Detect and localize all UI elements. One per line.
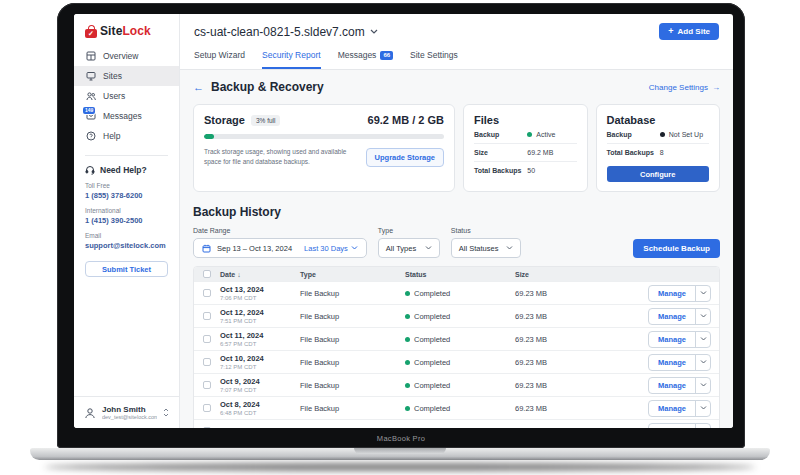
table-row: Oct 7, 2024 File Backup Completed 69.23 … (194, 419, 719, 428)
tab-security-report[interactable]: Security Report (262, 44, 321, 69)
sidebar-item-sites[interactable]: Sites (74, 66, 179, 86)
backup-date: Oct 12, 2024 (220, 308, 300, 317)
table-row: Oct 13, 2024 7:06 PM CDT File Backup Com… (194, 281, 719, 304)
backup-type: File Backup (300, 381, 405, 390)
sidebar-item-users[interactable]: Users (74, 86, 179, 106)
avatar-icon (84, 407, 96, 419)
backup-status: Completed (414, 289, 450, 298)
date-range-preset[interactable]: Last 30 Days (304, 244, 358, 253)
manage-button[interactable]: Manage (649, 355, 695, 370)
backup-time: 7:12 PM CDT (220, 364, 300, 370)
schedule-backup-button[interactable]: Schedule Backup (633, 239, 720, 258)
international-number[interactable]: 1 (415) 390-2500 (85, 216, 168, 225)
sidebar-item-help[interactable]: Help (74, 126, 179, 146)
backup-history-title: Backup History (193, 205, 720, 219)
back-arrow-icon[interactable]: ← (193, 82, 204, 93)
manage-button[interactable]: Manage (649, 286, 695, 301)
sidebar-divider (85, 155, 168, 156)
contact-label: Email (85, 232, 168, 239)
backup-type: File Backup (300, 427, 405, 429)
backup-history-table: Date↓ Type Status Size Oct 13, 2024 7:06… (193, 266, 720, 428)
need-help-title: Need Help? (85, 165, 168, 175)
select-all-checkbox[interactable] (203, 270, 211, 278)
type-filter-select[interactable]: All Types (378, 238, 440, 258)
tab-messages[interactable]: Messages66 (338, 44, 393, 69)
sitelock-logo[interactable]: ✓ SiteLock (74, 14, 179, 46)
message-icon: 149 (86, 111, 96, 121)
upgrade-storage-button[interactable]: Upgrade Storage (366, 148, 444, 167)
status-filter-label: Status (451, 227, 521, 234)
manage-button[interactable]: Manage (649, 309, 695, 324)
app-window: ✓ SiteLock Overview Sites (74, 14, 733, 428)
files-backup-status: Active (536, 131, 555, 138)
backup-status: Completed (414, 427, 450, 429)
manage-button[interactable]: Manage (649, 332, 695, 347)
tab-setup-wizard[interactable]: Setup Wizard (194, 44, 245, 69)
files-total-row: Total Backups 50 (474, 162, 577, 179)
site-selector[interactable]: cs-uat-clean-0821-5.sldev7.com (194, 25, 378, 39)
user-account-menu[interactable]: John Smith dev_test@sitelock.com (74, 396, 179, 428)
backup-date: Oct 8, 2024 (220, 400, 300, 409)
manage-button[interactable]: Manage (649, 424, 695, 429)
sidebar-item-label: Overview (103, 51, 138, 61)
need-help-section: Need Help? Toll Free 1 (855) 378-6200 In… (74, 165, 179, 277)
column-header-date[interactable]: Date↓ (220, 271, 300, 278)
chevron-down-icon (506, 246, 513, 250)
backup-type: File Backup (300, 312, 405, 321)
manage-dropdown-toggle[interactable] (695, 401, 710, 416)
manage-dropdown-toggle[interactable] (695, 424, 710, 429)
row-checkbox[interactable] (203, 427, 211, 428)
date-range-picker[interactable]: Sep 13 – Oct 13, 2024 Last 30 Days (193, 238, 367, 258)
manage-dropdown-toggle[interactable] (695, 378, 710, 393)
contact-email: Email support@sitelock.com (85, 232, 168, 250)
manage-dropdown-toggle[interactable] (695, 286, 710, 301)
chevron-down-icon (351, 246, 358, 250)
filters-row: Date Range Sep 13 – Oct 13, 2024 Last 30… (193, 227, 720, 258)
configure-button[interactable]: Configure (607, 166, 710, 182)
support-email[interactable]: support@sitelock.com (85, 241, 168, 250)
row-checkbox[interactable] (203, 381, 211, 389)
toll-free-number[interactable]: 1 (855) 378-6200 (85, 191, 168, 200)
contact-label: Toll Free (85, 182, 168, 189)
sidebar-item-messages[interactable]: 149 Messages (74, 106, 179, 126)
lock-icon: ✓ (85, 25, 97, 38)
page-title: Backup & Recovery (211, 80, 324, 94)
row-checkbox[interactable] (203, 404, 211, 412)
manage-dropdown-toggle[interactable] (695, 332, 710, 347)
date-range-value: Sep 13 – Oct 13, 2024 (217, 244, 292, 253)
add-site-button[interactable]: + Add Site (659, 23, 719, 40)
row-checkbox[interactable] (203, 335, 211, 343)
row-checkbox[interactable] (203, 312, 211, 320)
row-checkbox[interactable] (203, 358, 211, 366)
user-email: dev_test@sitelock.com (102, 414, 157, 420)
sidebar-item-overview[interactable]: Overview (74, 46, 179, 66)
storage-progress-fill (204, 134, 214, 139)
manage-dropdown-toggle[interactable] (695, 355, 710, 370)
status-dot-completed (405, 360, 410, 365)
tab-site-settings[interactable]: Site Settings (410, 44, 458, 69)
column-header-size: Size (515, 271, 641, 278)
logo-text: SiteLock (100, 24, 151, 38)
manage-button[interactable]: Manage (649, 401, 695, 416)
manage-button-group: Manage (648, 308, 711, 325)
backup-date: Oct 7, 2024 (220, 426, 300, 428)
backup-time: 6:48 PM CDT (220, 410, 300, 416)
status-dot-completed (405, 314, 410, 319)
sidebar-item-label: Users (103, 91, 125, 101)
database-backup-status: Not Set Up (669, 131, 703, 138)
chevron-down-icon (700, 314, 707, 318)
table-row: Oct 8, 2024 6:48 PM CDT File Backup Comp… (194, 396, 719, 419)
storage-usage-value: 69.2 MB / 2 GB (368, 114, 444, 126)
sidebar-nav: Overview Sites Users (74, 46, 179, 146)
sidebar-item-label: Messages (103, 111, 142, 121)
change-settings-link[interactable]: Change Settings → (649, 83, 720, 92)
row-checkbox[interactable] (203, 289, 211, 297)
manage-button[interactable]: Manage (649, 378, 695, 393)
chevron-down-icon (700, 291, 707, 295)
files-card: Files Backup Active Size 69.2 MB Total B… (463, 104, 588, 192)
status-filter-select[interactable]: All Statuses (451, 238, 521, 258)
manage-dropdown-toggle[interactable] (695, 309, 710, 324)
summary-cards: Storage 3% full 69.2 MB / 2 GB Track sto… (193, 104, 720, 192)
laptop-base (30, 448, 770, 460)
submit-ticket-button[interactable]: Submit Ticket (85, 261, 168, 277)
